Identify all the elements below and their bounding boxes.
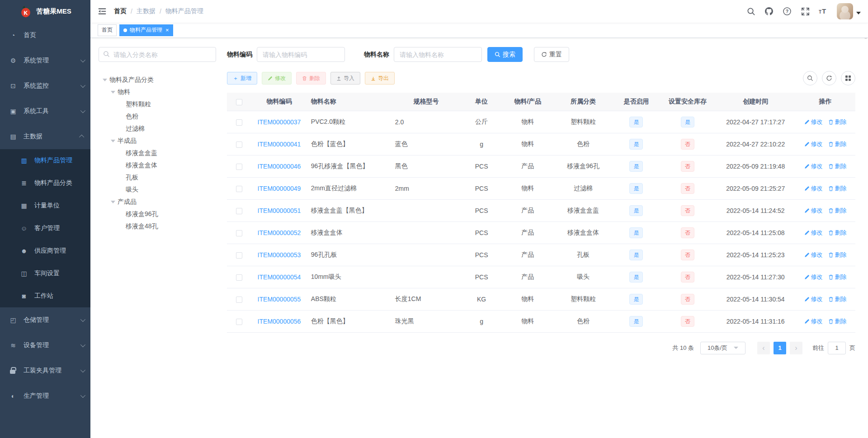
row-edit-link[interactable]: 修改 bbox=[804, 317, 823, 325]
tree-node[interactable]: 移液盒96孔 bbox=[99, 208, 216, 220]
row-checkbox[interactable] bbox=[236, 319, 242, 325]
row-checkbox[interactable] bbox=[236, 164, 242, 170]
row-checkbox[interactable] bbox=[236, 252, 242, 259]
column-header-category[interactable]: 所属分类 bbox=[553, 93, 613, 111]
column-header-spec[interactable]: 规格型号 bbox=[392, 93, 461, 111]
avatar[interactable] bbox=[837, 3, 853, 19]
row-edit-link[interactable]: 修改 bbox=[804, 162, 823, 170]
column-header-created[interactable]: 创建时间 bbox=[716, 93, 795, 111]
user-menu[interactable] bbox=[837, 3, 861, 19]
tree-node[interactable]: 吸头 bbox=[99, 184, 216, 196]
column-header-type[interactable]: 物料/产品 bbox=[502, 93, 553, 111]
help-icon[interactable]: ? bbox=[783, 7, 792, 16]
github-icon[interactable] bbox=[764, 7, 774, 16]
prev-page-button[interactable]: ‹ bbox=[757, 342, 770, 354]
tree-node[interactable]: 物料及产品分类 bbox=[99, 74, 216, 86]
column-header-safety[interactable]: 设置安全库存 bbox=[660, 93, 716, 111]
sidebar-item-fixture[interactable]: 工装夹具管理 bbox=[0, 358, 90, 383]
column-header-name[interactable]: 物料名称 bbox=[307, 93, 392, 111]
material-code-link[interactable]: ITEM00000037 bbox=[258, 118, 301, 126]
row-delete-link[interactable]: 删除 bbox=[828, 229, 847, 237]
sidebar-item-workstation[interactable]: 工作站 bbox=[0, 285, 90, 307]
row-delete-link[interactable]: 删除 bbox=[828, 162, 847, 170]
page-number-1[interactable]: 1 bbox=[774, 342, 786, 354]
material-code-link[interactable]: ITEM00000041 bbox=[258, 141, 301, 148]
material-code-link[interactable]: ITEM00000054 bbox=[258, 273, 301, 281]
select-all-checkbox[interactable] bbox=[236, 99, 242, 105]
row-edit-link[interactable]: 修改 bbox=[804, 273, 823, 281]
import-button[interactable]: 导入 bbox=[330, 72, 360, 85]
search-button[interactable]: 搜索 bbox=[487, 47, 523, 62]
sidebar-item-system[interactable]: 系统管理 bbox=[0, 48, 90, 73]
delete-button[interactable]: 删除 bbox=[296, 72, 326, 85]
row-delete-link[interactable]: 删除 bbox=[828, 251, 847, 259]
next-page-button[interactable]: › bbox=[790, 342, 802, 354]
tree-node[interactable]: 过滤棉 bbox=[99, 122, 216, 135]
material-code-link[interactable]: ITEM00000051 bbox=[258, 207, 301, 214]
reset-button[interactable]: 重置 bbox=[534, 47, 569, 62]
sidebar-item-monitor[interactable]: 系统监控 bbox=[0, 73, 90, 99]
row-checkbox[interactable] bbox=[236, 119, 242, 126]
material-name-input[interactable] bbox=[394, 47, 482, 62]
breadcrumb-master-data[interactable]: 主数据 bbox=[137, 7, 156, 15]
font-size-icon[interactable]: TT bbox=[819, 7, 828, 16]
search-icon[interactable] bbox=[746, 7, 755, 16]
sidebar-item-supplier-mgmt[interactable]: 供应商管理 bbox=[0, 240, 90, 262]
material-code-link[interactable]: ITEM00000049 bbox=[258, 185, 301, 192]
sidebar-item-measure-unit[interactable]: 计量单位 bbox=[0, 194, 90, 217]
row-delete-link[interactable]: 删除 bbox=[828, 295, 847, 303]
sidebar-item-home[interactable]: 首页 bbox=[0, 23, 90, 48]
close-icon[interactable]: × bbox=[165, 27, 169, 33]
row-checkbox[interactable] bbox=[236, 230, 242, 236]
tree-node[interactable]: 移液盒48孔 bbox=[99, 220, 216, 232]
row-delete-link[interactable]: 删除 bbox=[828, 118, 847, 126]
column-header-enabled[interactable]: 是否启用 bbox=[613, 93, 659, 111]
add-button[interactable]: ＋ 新增 bbox=[227, 72, 257, 85]
edit-button[interactable]: 修改 bbox=[262, 72, 292, 85]
row-delete-link[interactable]: 删除 bbox=[828, 140, 847, 148]
sidebar-item-production[interactable]: 生产管理 bbox=[0, 383, 90, 409]
sidebar-item-customer-mgmt[interactable]: 客户管理 bbox=[0, 217, 90, 240]
sidebar-item-material-product-category[interactable]: 物料产品分类 bbox=[0, 172, 90, 194]
hamburger-icon[interactable] bbox=[98, 7, 107, 16]
row-edit-link[interactable]: 修改 bbox=[804, 207, 823, 215]
row-delete-link[interactable]: 删除 bbox=[828, 207, 847, 215]
refresh-icon[interactable] bbox=[822, 71, 836, 85]
sidebar-item-tools[interactable]: 系统工具 bbox=[0, 99, 90, 124]
row-checkbox[interactable] bbox=[236, 141, 242, 148]
tree-node[interactable]: 物料 bbox=[99, 86, 216, 98]
sidebar-item-material-product-mgmt[interactable]: 物料产品管理 bbox=[0, 149, 90, 172]
row-edit-link[interactable]: 修改 bbox=[804, 118, 823, 126]
row-checkbox[interactable] bbox=[236, 186, 242, 192]
sidebar-item-workshop-setting[interactable]: 车间设置 bbox=[0, 262, 90, 285]
column-header-code[interactable]: 物料编码 bbox=[251, 93, 307, 111]
tree-node[interactable]: 移液盒盒盖 bbox=[99, 147, 216, 159]
fullscreen-icon[interactable] bbox=[801, 7, 810, 16]
material-code-input[interactable] bbox=[257, 47, 345, 62]
sidebar-item-warehouse[interactable]: 仓储管理 bbox=[0, 307, 90, 333]
column-header-unit[interactable]: 单位 bbox=[461, 93, 502, 111]
row-edit-link[interactable]: 修改 bbox=[804, 295, 823, 303]
tree-node[interactable]: 产成品 bbox=[99, 196, 216, 208]
tree-node[interactable]: 孔板 bbox=[99, 171, 216, 184]
tree-node[interactable]: 半成品 bbox=[99, 135, 216, 147]
row-delete-link[interactable]: 删除 bbox=[828, 184, 847, 193]
row-edit-link[interactable]: 修改 bbox=[804, 251, 823, 259]
row-delete-link[interactable]: 删除 bbox=[828, 317, 847, 325]
search-toggle-icon[interactable] bbox=[803, 71, 817, 85]
row-edit-link[interactable]: 修改 bbox=[804, 184, 823, 193]
row-checkbox[interactable] bbox=[236, 208, 242, 214]
breadcrumb-home[interactable]: 首页 bbox=[114, 7, 127, 15]
material-code-link[interactable]: ITEM00000055 bbox=[258, 296, 301, 303]
row-edit-link[interactable]: 修改 bbox=[804, 140, 823, 148]
column-header-actions[interactable]: 操作 bbox=[795, 93, 855, 111]
tree-node[interactable]: 移液盒盒体 bbox=[99, 159, 216, 171]
tab-material-product[interactable]: 物料产品管理× bbox=[119, 24, 173, 36]
export-button[interactable]: 导出 bbox=[365, 72, 395, 85]
tree-node[interactable]: 塑料颗粒 bbox=[99, 98, 216, 110]
category-search-input[interactable] bbox=[99, 47, 216, 62]
row-checkbox[interactable] bbox=[236, 297, 242, 303]
sidebar-item-master-data[interactable]: 主数据 bbox=[0, 124, 90, 149]
material-code-link[interactable]: ITEM00000053 bbox=[258, 251, 301, 259]
material-code-link[interactable]: ITEM00000052 bbox=[258, 229, 301, 236]
